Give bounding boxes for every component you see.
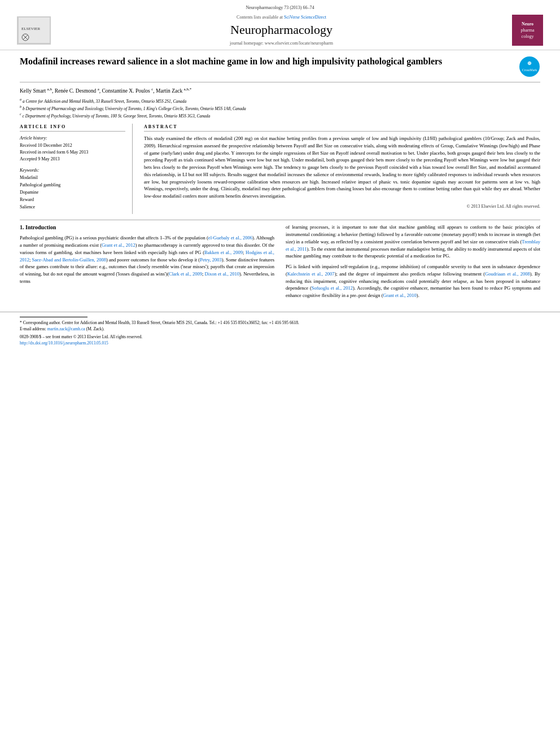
- svg-text:ELSEVIER: ELSEVIER: [21, 27, 40, 31]
- journal-title-block: Contents lists available at SciVerse Sci…: [51, 14, 512, 46]
- intro-heading: 1. Introduction: [20, 224, 274, 231]
- footnote-divider: [20, 317, 88, 317]
- abstract-copyright: © 2013 Elsevier Ltd. All rights reserved…: [144, 203, 540, 209]
- article-footer: * Corresponding author. Centre for Addic…: [0, 312, 560, 351]
- authors-line: Kelly Smart a,b, Renée C. Desmond a, Con…: [20, 87, 540, 95]
- keyword-3: Dopamine: [20, 189, 125, 196]
- cite-dixon[interactable]: Dixon et al., 2010: [205, 271, 239, 277]
- cite-tremblay[interactable]: Tremblay et al., 2011: [286, 239, 540, 252]
- article-history: Article history: Received 10 December 20…: [20, 135, 125, 163]
- email-link[interactable]: martin.zack@camh.ca: [47, 326, 85, 331]
- article-content: Modafinil increases reward salience in a…: [0, 50, 560, 308]
- affil-c: c c Department of Psychology, University…: [20, 112, 540, 119]
- received-date: Received 10 December 2012: [20, 142, 125, 149]
- journal-ref: Neuropharmacology 73 (2013) 66–74: [17, 5, 543, 11]
- cite-grant2012[interactable]: Grant et al., 2012: [102, 242, 135, 248]
- cite-kalechstein[interactable]: Kalechstein et al., 2007: [287, 271, 335, 277]
- journal-homepage: journal homepage: www.elsevier.com/locat…: [56, 40, 506, 46]
- article-title: Modafinil increases reward salience in a…: [20, 56, 519, 68]
- email-note: E-mail address: martin.zack@camh.ca (M. …: [20, 326, 540, 332]
- two-col-section: ARTICLE INFO Article history: Received 1…: [20, 124, 540, 215]
- body-left-col: 1. Introduction Pathological gambling (P…: [20, 224, 274, 303]
- keywords-section: Keywords: Modafinil Pathological gamblin…: [20, 167, 125, 211]
- body-right-col: of learning processes, it is important t…: [286, 224, 540, 303]
- cite-goudriaan[interactable]: Goudriaan et al., 2008: [485, 271, 530, 277]
- abstract-text: This study examined the effects of modaf…: [144, 135, 540, 200]
- article-title-section: Modafinil increases reward salience in a…: [20, 56, 540, 82]
- intro-para1: Pathological gambling (PG) is a serious …: [20, 234, 274, 285]
- corresponding-note: * Corresponding author. Centre for Addic…: [20, 320, 540, 326]
- intro-para2: of learning processes, it is important t…: [286, 224, 540, 260]
- revised-date: Received in revised form 6 May 2013: [20, 149, 125, 156]
- cite-clark[interactable]: Clark et al., 2009: [169, 271, 202, 277]
- svg-text:⊕: ⊕: [527, 60, 532, 66]
- abstract-heading: ABSTRACT: [144, 124, 540, 132]
- keywords-title: Keywords:: [20, 167, 125, 173]
- keywords-list: Modafinil Pathological gambling Dopamine…: [20, 174, 125, 211]
- journal-thumbnail: Neuro pharma cology: [512, 15, 543, 46]
- crossmark-badge: ⊕ CrossMark: [519, 56, 540, 77]
- history-title: Article history:: [20, 135, 125, 141]
- affil-a: a a Centre for Addiction and Mental Heal…: [20, 97, 540, 104]
- article-page: Neuropharmacology 73 (2013) 66–74 ELSEVI…: [0, 0, 560, 747]
- sciverse-line: Contents lists available at SciVerse Sci…: [56, 14, 506, 20]
- keyword-5: Salience: [20, 204, 125, 211]
- body-content: 1. Introduction Pathological gambling (P…: [20, 224, 540, 303]
- article-info-col: ARTICLE INFO Article history: Received 1…: [20, 124, 133, 215]
- keyword-1: Modafinil: [20, 174, 125, 182]
- intro-para3: PG is linked with impaired self-regulati…: [286, 263, 540, 299]
- affil-b: b b Department of Pharmacology and Toxic…: [20, 104, 540, 112]
- cite-elguebaly[interactable]: el-Guebaly et al., 2006: [208, 235, 252, 241]
- affiliations: a a Centre for Addiction and Mental Heal…: [20, 97, 540, 119]
- cite-petry[interactable]: Petry, 2003: [200, 257, 222, 263]
- article-info-heading: ARTICLE INFO: [20, 124, 125, 132]
- keyword-2: Pathological gambling: [20, 182, 125, 189]
- accepted-date: Accepted 9 May 2013: [20, 156, 125, 163]
- keyword-4: Reward: [20, 196, 125, 204]
- svg-text:CrossMark: CrossMark: [522, 68, 537, 72]
- abstract-col: ABSTRACT This study examined the effects…: [144, 124, 540, 215]
- authors-section: Kelly Smart a,b, Renée C. Desmond a, Con…: [20, 87, 540, 119]
- body-divider: [20, 220, 540, 220]
- elsevier-logo: ELSEVIER: [17, 16, 51, 45]
- sciverse-link[interactable]: SciVerse ScienceDirect: [284, 15, 326, 20]
- cite-grant2010[interactable]: Grant et al., 2010: [383, 292, 417, 298]
- footer-copyright: 0028-3908/$ – see front matter © 2013 El…: [20, 334, 540, 340]
- svg-point-5: [519, 56, 540, 77]
- cite-sofuoglu[interactable]: Sofuoglu et al., 2012: [312, 285, 353, 291]
- footer-doi[interactable]: http://dx.doi.org/10.1016/j.neuropharm.2…: [20, 340, 540, 347]
- cite-bakken[interactable]: Bakken et al., 2009: [204, 250, 243, 255]
- cite-saez[interactable]: Saez-Abad and Bertolin-Guillen, 2008: [32, 257, 106, 263]
- journal-header: Neuropharmacology 73 (2013) 66–74 ELSEVI…: [0, 0, 560, 50]
- sciverse-text: Contents lists available at: [237, 15, 284, 20]
- journal-name: Neuropharmacology: [56, 21, 506, 39]
